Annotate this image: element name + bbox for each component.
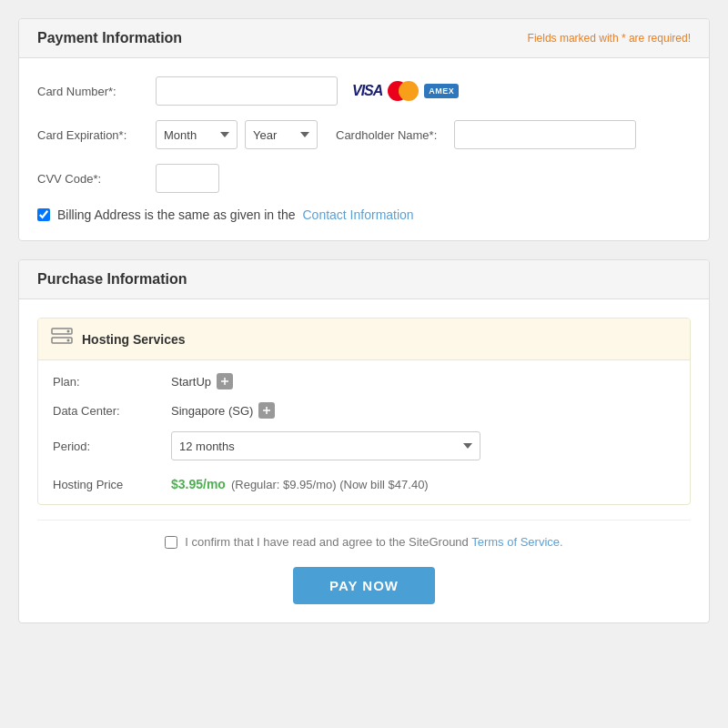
datacenter-row: Data Center: Singapore (SG) [53,402,675,419]
billing-link[interactable]: Contact Information [302,207,413,222]
svg-point-2 [67,330,70,333]
year-select[interactable]: Year 202420252026 202720282029 2030 [245,120,318,149]
payment-body: Card Number*: VISA AMEX Card Expiration*… [19,58,709,240]
datacenter-label: Data Center: [53,404,171,418]
visa-logo: VISA [352,83,382,99]
price-label: Hosting Price [53,478,171,491]
plan-row: Plan: StartUp [53,373,675,389]
billing-checkbox-row: Billing Address is the same as given in … [37,207,691,222]
expiration-selects: Month 010203 040506 070809 101112 Year 2… [156,120,318,149]
period-label: Period: [53,440,171,453]
expiration-row: Card Expiration*: Month 010203 040506 07… [37,120,691,149]
period-select[interactable]: 1 month 3 months 6 months 12 months 24 m… [171,431,480,460]
purchase-header: Purchase Information [19,260,709,299]
terms-row: I confirm that I have read and agree to … [37,535,691,549]
payment-card: Payment Information Fields marked with *… [18,18,710,241]
period-row: Period: 1 month 3 months 6 months 12 mon… [53,431,675,460]
plan-change-icon[interactable] [217,373,233,389]
svg-point-3 [67,339,70,342]
purchase-title: Purchase Information [37,271,187,288]
month-select[interactable]: Month 010203 040506 070809 101112 [156,120,238,149]
terms-text: I confirm that I have read and agree to … [185,535,562,549]
price-regular: (Regular: $9.95/mo) (Now bill $47.40) [231,478,429,491]
amex-logo: AMEX [424,84,459,98]
card-number-input[interactable] [156,76,338,106]
pay-btn-row: PAY NOW [37,567,691,604]
datacenter-value: Singapore (SG) [171,402,275,419]
mastercard-logo [388,81,419,101]
purchase-body: Hosting Services Plan: StartUp Data Cent… [19,299,709,622]
card-logos: VISA AMEX [352,81,459,101]
terms-checkbox[interactable] [165,536,177,549]
price-value: $3.95/mo [171,477,226,491]
cvv-row: CVV Code*: [37,164,691,193]
datacenter-change-icon[interactable] [258,402,275,419]
cvv-input[interactable] [156,164,219,193]
card-number-label: Card Number*: [37,85,156,98]
hosting-header: Hosting Services [38,318,690,360]
cardholder-container: Cardholder Name*: [336,120,636,149]
billing-label-text: Billing Address is the same as given in … [57,207,295,222]
divider [37,520,691,521]
pay-now-button[interactable]: PAY NOW [293,567,435,604]
cardholder-label: Cardholder Name*: [336,128,454,142]
expiration-label: Card Expiration*: [37,128,156,142]
purchase-card: Purchase Information Hosting Services [18,259,710,623]
payment-title: Payment Information [37,30,182,46]
cardholder-input[interactable] [454,120,636,149]
hosting-title: Hosting Services [82,332,186,347]
hosting-icon [51,328,73,350]
hosting-section: Hosting Services Plan: StartUp Data Cent… [37,318,691,505]
hosting-price-row: Hosting Price $3.95/mo (Regular: $9.95/m… [53,473,675,491]
billing-same-checkbox[interactable] [37,208,50,221]
card-number-row: Card Number*: VISA AMEX [37,76,691,106]
cvv-label: CVV Code*: [37,172,156,186]
plan-label: Plan: [53,375,171,389]
payment-header: Payment Information Fields marked with *… [19,19,709,58]
plan-value: StartUp [171,373,233,389]
hosting-body: Plan: StartUp Data Center: Singapore (SG… [38,360,690,504]
mc-circle-right [399,81,419,101]
terms-link[interactable]: Terms of Service. [471,535,562,549]
required-note: Fields marked with * are required! [528,32,691,45]
